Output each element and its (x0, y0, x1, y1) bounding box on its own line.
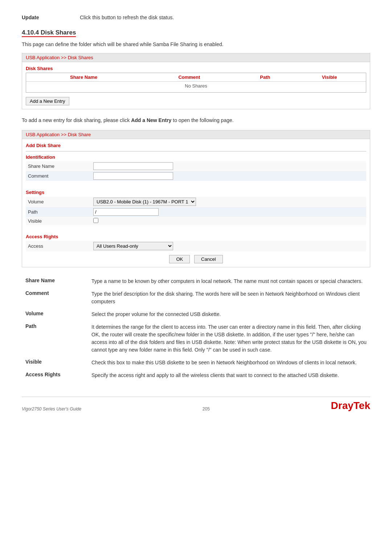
footer-logo: DrayTek (331, 400, 370, 412)
breadcrumb-1: USB Application >> Disk Shares (22, 53, 370, 62)
description-row: Visible Check this box to make this USB … (23, 357, 369, 369)
section-heading: 4.10.4 Disk Shares (22, 29, 370, 37)
access-rights-table: Access All Users Read-only (26, 241, 366, 251)
shares-table-wrapper: Share Name Comment Path Visible No Share… (26, 73, 366, 93)
path-field-label: Path (26, 207, 91, 217)
description-row: Share Name Type a name to be known by ot… (23, 275, 369, 287)
volume-row: Volume USB2.0 - Mobile Disk (1) - 1967M … (26, 197, 366, 207)
disk-shares-panel: USB Application >> Disk Shares Disk Shar… (22, 53, 370, 109)
visible-checkbox[interactable] (93, 218, 98, 223)
share-name-field-label: Share Name (26, 161, 91, 171)
access-row: Access All Users Read-only (26, 241, 366, 251)
descriptions-table: Share Name Type a name to be known by ot… (22, 275, 370, 382)
share-name-input[interactable] (93, 162, 173, 170)
add-entry-paragraph: To add a new entry for disk sharing, ple… (22, 117, 370, 124)
form-buttons: OK Cancel (26, 255, 366, 263)
desc-term: Volume (23, 308, 88, 320)
comment-field-label: Comment (26, 171, 91, 181)
add-disk-share-label: Add Disk Share (26, 143, 366, 148)
settings-label: Settings (26, 190, 366, 195)
footer-page: 205 (203, 406, 210, 412)
page-footer: Vigor2750 Series User's Guide 205 DrayTe… (22, 397, 370, 412)
breadcrumb-2: USB Application >> Disk Share (22, 130, 370, 139)
shares-table: Share Name Comment Path Visible No Share… (26, 73, 366, 90)
volume-select[interactable]: USB2.0 - Mobile Disk (1) - 1967M - PORT … (93, 198, 196, 206)
desc-definition: Check this box to make this USB diskette… (89, 357, 369, 369)
footer-guide: Vigor2750 Series User's Guide (22, 406, 81, 412)
desc-term: Path (23, 321, 88, 356)
col-share-name: Share Name (26, 73, 141, 82)
visible-field-label: Visible (26, 217, 91, 225)
add-new-entry-button[interactable]: Add a New Entry (26, 97, 69, 105)
col-path: Path (237, 73, 293, 82)
volume-field-label: Volume (26, 197, 91, 207)
ok-button[interactable]: OK (169, 255, 190, 263)
identification-label: Identification (26, 154, 366, 160)
description-row: Path It determines the range for the cli… (23, 321, 369, 356)
desc-term: Comment (23, 288, 88, 308)
update-description: Click this button to refresh the disk st… (80, 15, 174, 20)
description-row: Volume Select the proper volume for the … (23, 308, 369, 320)
visible-row: Visible (26, 217, 366, 225)
intro-text: This page can define the folder which wi… (22, 41, 370, 47)
table-section-label: Disk Shares (26, 66, 366, 71)
share-name-row: Share Name (26, 161, 366, 171)
desc-definition: Select the proper volume for the connect… (89, 308, 369, 320)
identification-table: Share Name Comment (26, 161, 366, 181)
path-input[interactable] (93, 208, 159, 216)
col-comment: Comment (141, 73, 237, 82)
comment-input[interactable] (93, 172, 173, 180)
desc-definition: Specify the access right and apply to al… (89, 369, 369, 381)
desc-definition: Type a name to be known by other compute… (89, 275, 369, 287)
desc-term: Visible (23, 357, 88, 369)
settings-table: Volume USB2.0 - Mobile Disk (1) - 1967M … (26, 197, 366, 225)
access-select[interactable]: All Users Read-only (93, 242, 173, 250)
path-row: Path (26, 207, 366, 217)
desc-definition: Type the brief description for the disk … (89, 288, 369, 308)
cancel-button[interactable]: Cancel (194, 255, 222, 263)
desc-term: Share Name (23, 275, 88, 287)
update-label: Update (22, 15, 80, 20)
description-row: Access Rights Specify the access right a… (23, 369, 369, 381)
description-row: Comment Type the brief description for t… (23, 288, 369, 308)
access-rights-label: Access Rights (26, 234, 366, 239)
empty-row: No Shares (26, 82, 366, 90)
comment-row: Comment (26, 171, 366, 181)
desc-term: Access Rights (23, 369, 88, 381)
col-visible: Visible (293, 73, 366, 82)
access-field-label: Access (26, 241, 91, 251)
add-disk-share-panel: USB Application >> Disk Share Add Disk S… (22, 130, 370, 267)
desc-definition: It determines the range for the client t… (89, 321, 369, 356)
